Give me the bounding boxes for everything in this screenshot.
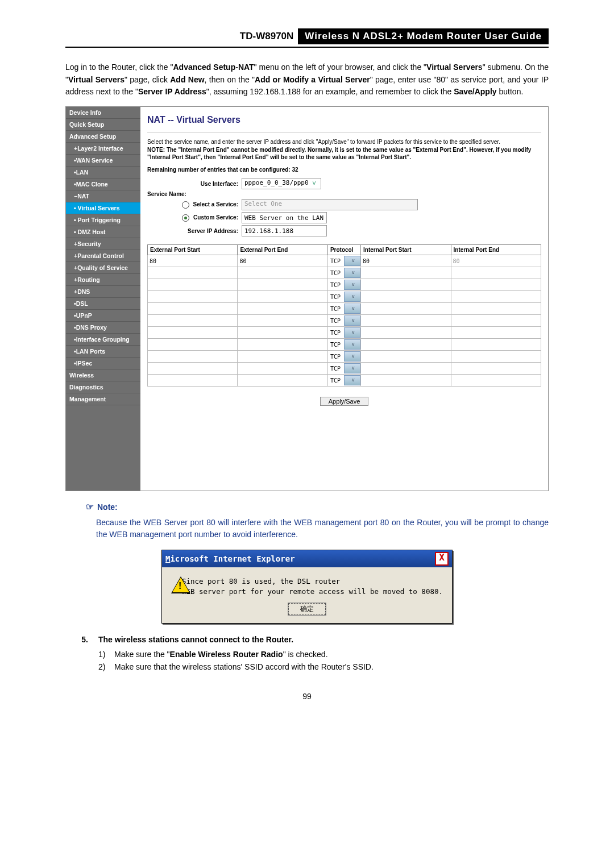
port-input[interactable] (451, 280, 541, 290)
table-header: External Port End (238, 245, 327, 255)
protocol-select[interactable]: TCPv (328, 375, 360, 386)
protocol-select[interactable]: TCPv (328, 339, 360, 350)
port-input[interactable] (238, 375, 327, 385)
sidebar-item[interactable]: • DMZ Host (66, 226, 140, 238)
sidebar-item[interactable]: +DNS (66, 286, 140, 298)
protocol-select[interactable]: TCPv (328, 291, 360, 302)
sidebar-item[interactable]: Advanced Setup (66, 131, 140, 143)
protocol-select[interactable]: TCPv (328, 267, 360, 279)
protocol-select[interactable]: TCPv (328, 315, 360, 326)
port-input[interactable] (148, 256, 237, 266)
close-icon[interactable]: X (435, 552, 449, 566)
sidebar-item[interactable]: −NAT (66, 190, 140, 202)
protocol-select[interactable]: TCPv (328, 351, 360, 362)
port-input[interactable] (148, 280, 237, 290)
port-input[interactable] (451, 315, 541, 326)
sidebar-item[interactable]: •DNS Proxy (66, 322, 140, 334)
sidebar-item[interactable]: Device Info (66, 107, 140, 119)
port-input[interactable] (238, 327, 327, 338)
port-input[interactable] (238, 351, 327, 362)
port-input[interactable] (238, 280, 327, 290)
sidebar-item[interactable]: Wireless (66, 369, 140, 381)
port-input[interactable] (238, 339, 327, 350)
port-input[interactable] (361, 339, 450, 350)
sidebar-item[interactable]: •Interface Grouping (66, 334, 140, 346)
sidebar-item[interactable]: +Routing (66, 274, 140, 286)
sidebar-item[interactable]: Diagnostics (66, 381, 140, 393)
sidebar-item[interactable]: •DSL (66, 298, 140, 310)
port-input[interactable] (451, 327, 541, 338)
port-input[interactable] (148, 339, 237, 350)
sidebar-item[interactable]: Management (66, 393, 140, 405)
sidebar-item[interactable]: •WAN Service (66, 155, 140, 167)
dialog-ok-button[interactable]: 确定 (288, 603, 326, 615)
port-input[interactable] (451, 292, 541, 302)
note-body: Because the WEB Server port 80 will inte… (96, 517, 549, 541)
sidebar-item[interactable]: •UPnP (66, 310, 140, 322)
port-input[interactable] (361, 351, 450, 362)
sidebar-item[interactable]: +Layer2 Interface (66, 143, 140, 155)
port-input[interactable] (238, 363, 327, 373)
protocol-select[interactable]: TCPv (328, 255, 360, 267)
port-input[interactable] (361, 292, 450, 302)
sidebar-item[interactable]: +Quality of Service (66, 262, 140, 274)
sidebar-item[interactable]: +Security (66, 238, 140, 250)
protocol-select[interactable]: TCPv (328, 279, 360, 290)
port-input[interactable] (361, 327, 450, 338)
port-input[interactable] (148, 327, 237, 338)
sidebar-item[interactable]: •LAN (66, 167, 140, 178)
port-input[interactable] (451, 304, 541, 314)
port-input[interactable] (451, 268, 541, 278)
port-input[interactable] (361, 375, 450, 385)
port-input[interactable] (238, 256, 327, 266)
section-5-item-2: 2) Make sure that the wireless stations'… (98, 662, 549, 671)
protocol-select[interactable]: TCPv (328, 303, 360, 314)
chevron-down-icon: v (344, 268, 361, 278)
sidebar-item[interactable]: •MAC Clone (66, 178, 140, 190)
protocol-select[interactable]: TCPv (328, 363, 360, 374)
use-interface-select[interactable]: pppoe_0_0_38/ppp0 v (242, 178, 321, 189)
table-row: TCPv (148, 339, 541, 351)
port-input[interactable] (238, 268, 327, 278)
port-input[interactable] (451, 339, 541, 350)
port-input[interactable] (238, 315, 327, 326)
port-input[interactable] (148, 363, 237, 373)
port-input[interactable] (361, 363, 450, 373)
sidebar-item[interactable]: • Port Triggering (66, 214, 140, 226)
port-input[interactable] (148, 351, 237, 362)
ports-table: External Port StartExternal Port EndProt… (147, 244, 541, 387)
port-input[interactable] (148, 268, 237, 278)
port-input[interactable] (238, 304, 327, 314)
chevron-down-icon: v (344, 363, 361, 373)
port-input[interactable] (148, 304, 237, 314)
server-ip-input[interactable] (242, 225, 327, 236)
port-input[interactable] (148, 375, 237, 385)
sidebar-item[interactable]: +Parental Control (66, 250, 140, 262)
sidebar-item[interactable]: •IPSec (66, 358, 140, 369)
port-input[interactable] (361, 315, 450, 326)
port-input[interactable] (451, 351, 541, 362)
select-service-dropdown[interactable]: Select One (242, 199, 418, 210)
custom-service-input[interactable] (242, 212, 327, 223)
table-row: TCPv (148, 303, 541, 315)
port-input[interactable] (238, 292, 327, 302)
sidebar-item[interactable]: •LAN Ports (66, 346, 140, 358)
port-input[interactable] (361, 256, 450, 266)
port-input[interactable] (148, 292, 237, 302)
sidebar-item[interactable]: • Virtual Servers (66, 202, 140, 214)
select-service-radio[interactable] (182, 201, 189, 209)
custom-service-radio[interactable] (182, 214, 189, 222)
port-input[interactable] (361, 280, 450, 290)
port-input[interactable] (451, 363, 541, 373)
apply-save-button[interactable]: Apply/Save (320, 397, 369, 406)
port-input[interactable] (148, 315, 237, 326)
protocol-select[interactable]: TCPv (328, 327, 360, 338)
port-input[interactable] (451, 375, 541, 385)
sidebar-item[interactable]: Quick Setup (66, 119, 140, 131)
port-input[interactable] (451, 256, 541, 266)
port-input[interactable] (361, 268, 450, 278)
panel-desc: Select the service name, and enter the s… (147, 138, 541, 161)
table-row: TCPv (148, 291, 541, 303)
section-5-item-1: 1) Make sure the "Enable Wireless Router… (98, 650, 549, 659)
port-input[interactable] (361, 304, 450, 314)
